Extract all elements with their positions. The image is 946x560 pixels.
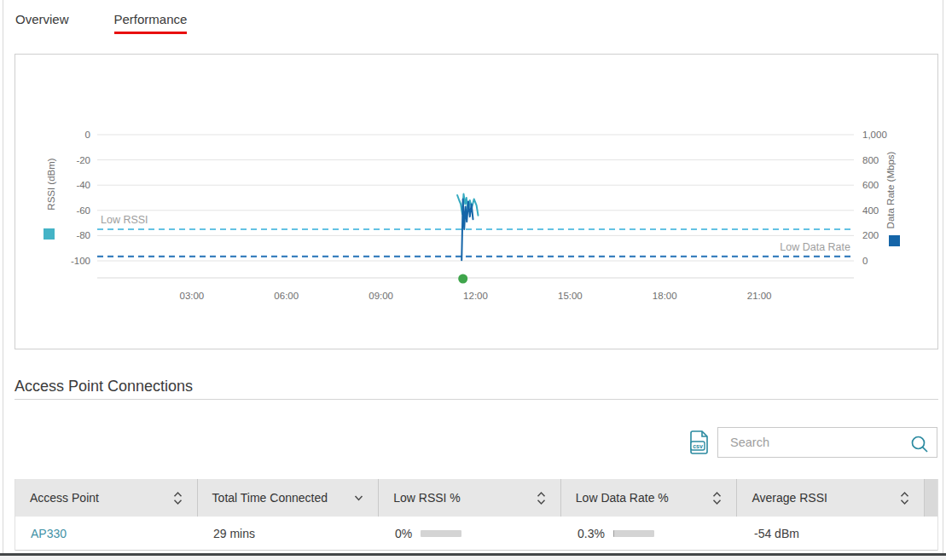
search-box: [717, 427, 937, 458]
svg-text:1,000: 1,000: [862, 130, 887, 140]
section-title: Access Point Connections: [15, 378, 193, 395]
col-label: Average RSSI: [752, 491, 827, 505]
svg-text:800: 800: [862, 155, 879, 165]
col-label: Low RSSI %: [393, 491, 461, 505]
ap-connections-table: Access Point Total Time Connected Low RS…: [15, 479, 938, 551]
col-label: Access Point: [30, 491, 99, 505]
col-header-total-time[interactable]: Total Time Connected: [198, 479, 380, 517]
tab-performance[interactable]: Performance: [114, 12, 188, 34]
low-data-rate-cell: 0.3%: [562, 517, 739, 550]
csv-icon-label: csv: [693, 443, 703, 449]
svg-text:600: 600: [862, 180, 879, 190]
svg-text:03:00: 03:00: [179, 291, 204, 301]
tab-performance-label: Performance: [114, 12, 188, 26]
low-rssi-bar: [421, 530, 461, 537]
table-scrollbar-strip[interactable]: [925, 479, 937, 517]
performance-chart-svg: 0-20-40-60-80-1001,000800600400200003:00…: [15, 55, 937, 349]
window-left-edge: [3, 0, 3, 554]
sort-icon[interactable]: [711, 490, 723, 506]
svg-text:0: 0: [862, 256, 868, 266]
svg-text:18:00: 18:00: [653, 291, 677, 301]
window-right-edge: [943, 0, 943, 554]
total-time-cell: 29 mins: [198, 517, 380, 550]
col-header-average-rssi[interactable]: Average RSSI: [737, 479, 925, 517]
window-bottom-shadow: [0, 556, 946, 560]
svg-text:-60: -60: [76, 205, 90, 216]
svg-text:0: 0: [85, 130, 90, 140]
csv-file-icon: csv: [688, 430, 711, 455]
svg-text:06:00: 06:00: [274, 291, 299, 301]
tab-underline: [15, 32, 69, 34]
svg-text:Low Data Rate: Low Data Rate: [780, 241, 850, 253]
access-point-cell: AP330: [15, 517, 198, 550]
sort-desc-icon[interactable]: [353, 494, 364, 502]
col-label: Low Data Rate %: [576, 491, 669, 505]
low-rssi-value: 0%: [395, 527, 412, 540]
svg-text:RSSI (dBm): RSSI (dBm): [46, 158, 56, 211]
sort-icon[interactable]: [536, 490, 547, 506]
svg-text:Data Rate (Mbps): Data Rate (Mbps): [885, 151, 896, 228]
svg-text:400: 400: [862, 205, 879, 216]
average-rssi-cell: -54 dBm: [739, 517, 926, 550]
low-rssi-cell: 0%: [380, 517, 562, 550]
section-divider: [15, 399, 938, 400]
col-label: Total Time Connected: [212, 491, 328, 505]
col-header-low-rssi[interactable]: Low RSSI %: [379, 479, 561, 517]
sort-icon[interactable]: [172, 490, 183, 506]
access-point-link[interactable]: AP330: [31, 527, 67, 540]
export-csv-button[interactable]: csv: [688, 430, 711, 455]
svg-text:200: 200: [862, 230, 879, 240]
svg-text:09:00: 09:00: [369, 291, 393, 301]
performance-chart-panel: 0-20-40-60-80-1001,000800600400200003:00…: [15, 54, 938, 349]
low-data-rate-bar: [613, 530, 654, 537]
col-header-low-data-rate[interactable]: Low Data Rate %: [561, 479, 738, 517]
search-icon[interactable]: [910, 435, 929, 453]
svg-text:Low RSSI: Low RSSI: [101, 214, 148, 226]
search-input[interactable]: [718, 428, 937, 457]
svg-text:12:00: 12:00: [463, 291, 488, 301]
table-header-row: Access Point Total Time Connected Low RS…: [15, 479, 937, 517]
svg-text:-20: -20: [76, 155, 90, 165]
tab-active-underline: [114, 32, 188, 34]
low-data-rate-value: 0.3%: [577, 527, 605, 540]
svg-text:15:00: 15:00: [558, 291, 583, 301]
tab-overview-label: Overview: [15, 12, 69, 26]
performance-page: Overview Performance 0-20-40-60-80-1001,…: [0, 0, 946, 560]
svg-text:21:00: 21:00: [747, 291, 772, 301]
tab-bar: Overview Performance: [0, 0, 946, 34]
svg-text:-40: -40: [76, 180, 90, 190]
svg-text:-100: -100: [71, 256, 90, 266]
tab-overview[interactable]: Overview: [15, 12, 69, 34]
table-row: AP330 29 mins 0% 0.3% -54 dBm: [15, 517, 937, 551]
sort-icon[interactable]: [899, 490, 910, 506]
col-header-access-point[interactable]: Access Point: [15, 479, 198, 517]
svg-text:-80: -80: [76, 230, 90, 240]
